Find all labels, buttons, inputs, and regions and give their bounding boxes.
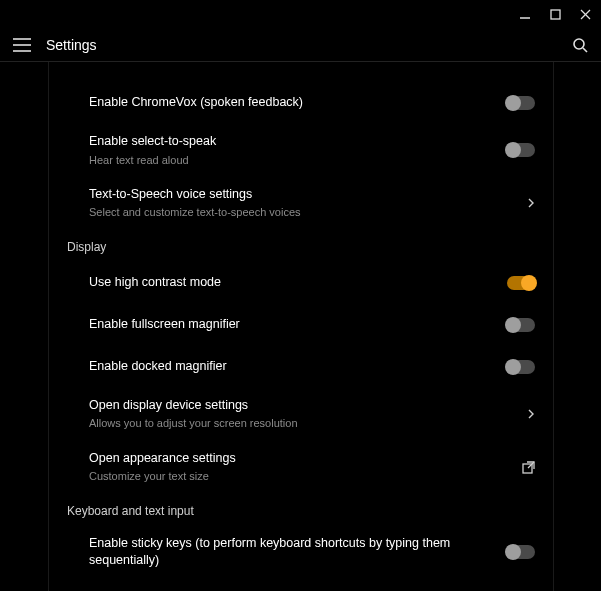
row-high-contrast[interactable]: Use high contrast mode: [49, 262, 553, 304]
window-titlebar: [0, 0, 601, 28]
page-title: Settings: [46, 37, 97, 53]
row-appearance-settings[interactable]: Open appearance settings Customize your …: [49, 441, 553, 494]
row-label: Text-to-Speech voice settings: [89, 186, 501, 204]
settings-panel: Enable ChromeVox (spoken feedback) Enabl…: [48, 62, 554, 591]
row-label: Enable sticky keys (to perform keyboard …: [89, 535, 501, 570]
toggle-select-to-speak[interactable]: [507, 143, 535, 157]
row-sublabel: Select and customize text-to-speech voic…: [89, 205, 501, 220]
svg-line-10: [528, 462, 534, 468]
row-sublabel: Customize your text size: [89, 469, 501, 484]
svg-rect-1: [551, 10, 560, 19]
app-header: Settings: [0, 28, 601, 62]
row-tts-settings[interactable]: Text-to-Speech voice settings Select and…: [49, 177, 553, 230]
row-sublabel: Allows you to adjust your screen resolut…: [89, 416, 501, 431]
external-link-icon: [501, 461, 535, 474]
chevron-right-icon: [501, 198, 535, 208]
menu-icon[interactable]: [12, 35, 32, 55]
section-header-keyboard: Keyboard and text input: [49, 494, 553, 526]
svg-line-8: [583, 48, 587, 52]
row-enable-chromevox[interactable]: Enable ChromeVox (spoken feedback): [49, 82, 553, 124]
row-docked-magnifier[interactable]: Enable docked magnifier: [49, 346, 553, 388]
toggle-fullscreen-magnifier[interactable]: [507, 318, 535, 332]
chevron-right-icon: [501, 409, 535, 419]
row-label: Enable fullscreen magnifier: [89, 316, 501, 334]
row-onscreen-keyboard[interactable]: Enable on-screen keyboard: [49, 579, 553, 591]
window-maximize-button[interactable]: [547, 6, 563, 22]
toggle-high-contrast[interactable]: [507, 276, 535, 290]
row-label: Enable ChromeVox (spoken feedback): [89, 94, 501, 112]
row-label: Open appearance settings: [89, 450, 501, 468]
row-label: Open display device settings: [89, 397, 501, 415]
row-fullscreen-magnifier[interactable]: Enable fullscreen magnifier: [49, 304, 553, 346]
toggle-sticky-keys[interactable]: [507, 545, 535, 559]
row-label: Enable docked magnifier: [89, 358, 501, 376]
row-label: Use high contrast mode: [89, 274, 501, 292]
row-enable-select-to-speak[interactable]: Enable select-to-speak Hear text read al…: [49, 124, 553, 177]
row-display-device-settings[interactable]: Open display device settings Allows you …: [49, 388, 553, 441]
row-sticky-keys[interactable]: Enable sticky keys (to perform keyboard …: [49, 526, 553, 579]
window-close-button[interactable]: [577, 6, 593, 22]
row-label: Enable select-to-speak: [89, 133, 501, 151]
row-sublabel: Hear text read aloud: [89, 153, 501, 168]
svg-point-7: [574, 39, 584, 49]
toggle-chromevox[interactable]: [507, 96, 535, 110]
search-icon[interactable]: [571, 36, 589, 54]
toggle-docked-magnifier[interactable]: [507, 360, 535, 374]
section-header-display: Display: [49, 230, 553, 262]
window-minimize-button[interactable]: [517, 6, 533, 22]
